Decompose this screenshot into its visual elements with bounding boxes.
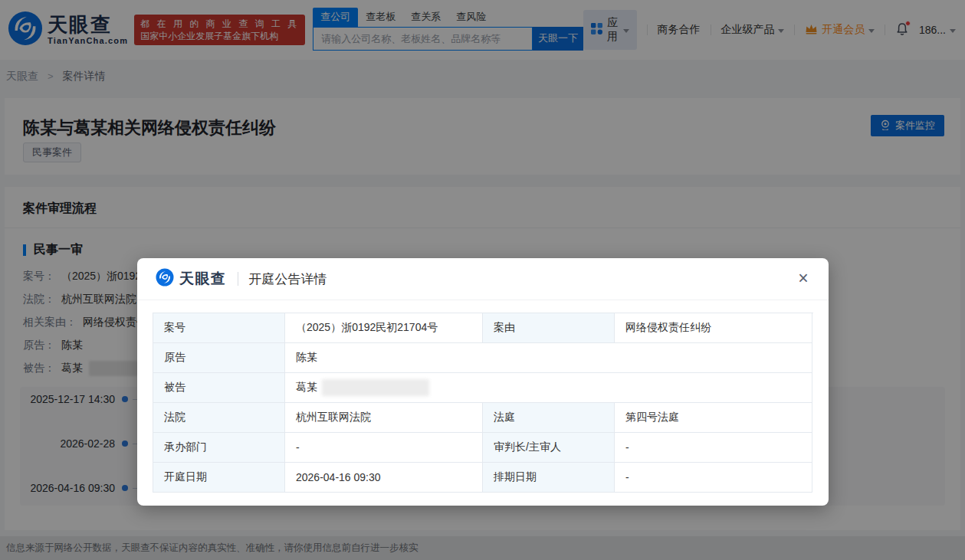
modal-divider — [238, 272, 238, 286]
modal-logo-wordmark: 天眼查 — [179, 269, 227, 289]
table-value: - — [285, 433, 483, 463]
table-label: 审判长/主审人 — [483, 433, 615, 463]
table-value: - — [615, 463, 812, 493]
modal-header: 天眼查 开庭公告详情 × — [137, 258, 829, 300]
tianyancha-logo-icon — [156, 268, 174, 290]
table-value: - — [615, 433, 812, 463]
modal-body: 案号 （2025）浙0192民初21704号 案由 网络侵权责任纠纷 原告 陈某… — [137, 300, 829, 506]
table-label: 案由 — [483, 313, 615, 343]
table-value: 第四号法庭 — [615, 403, 812, 433]
table-value: 陈某 — [285, 343, 812, 373]
table-label: 被告 — [153, 373, 285, 403]
table-label: 法庭 — [483, 403, 615, 433]
table-label: 承办部门 — [153, 433, 285, 463]
modal-title: 开庭公告详情 — [249, 270, 327, 288]
table-value: （2025）浙0192民初21704号 — [285, 313, 483, 343]
defendant-name: 葛某 — [296, 381, 317, 395]
hearing-announcement-modal: 天眼查 开庭公告详情 × 案号 （2025）浙0192民初21704号 案由 网… — [137, 258, 829, 506]
table-label: 排期日期 — [483, 463, 615, 493]
table-label: 案号 — [153, 313, 285, 343]
table-value: 网络侵权责任纠纷 — [615, 313, 812, 343]
table-label: 法院 — [153, 403, 285, 433]
hearing-detail-table: 案号 （2025）浙0192民初21704号 案由 网络侵权责任纠纷 原告 陈某… — [153, 313, 813, 493]
table-label: 开庭日期 — [153, 463, 285, 493]
close-icon[interactable]: × — [792, 267, 815, 290]
redacted-name-blur — [322, 379, 429, 396]
table-label: 原告 — [153, 343, 285, 373]
table-value: 杭州互联网法院 — [285, 403, 483, 433]
table-value: 2026-04-16 09:30 — [285, 463, 483, 493]
table-value: 葛某 — [285, 373, 812, 403]
